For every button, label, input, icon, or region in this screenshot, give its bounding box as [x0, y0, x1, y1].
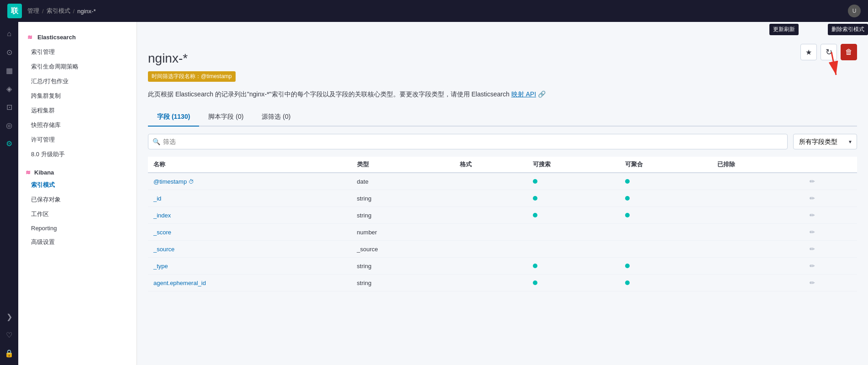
- topbar-right: U: [848, 5, 861, 17]
- tab-source-filters[interactable]: 源筛选 (0): [253, 108, 300, 127]
- sidebar-item-snapshot[interactable]: 快照存储库: [18, 118, 137, 132]
- field-name-cell: _id: [148, 190, 352, 207]
- field-action-cell: ✏: [804, 190, 857, 207]
- timestamp-icon: ⏱: [189, 179, 194, 185]
- mapping-api-link[interactable]: 映射 API: [511, 90, 536, 98]
- timestamp-badge: 时间筛选字段名称：@timestamp: [148, 71, 236, 82]
- sidebar-item-advanced-settings[interactable]: 高级设置: [18, 235, 137, 249]
- aggregatable-dot: [625, 213, 630, 217]
- field-name-cell: agent.ephemeral_id: [148, 275, 352, 291]
- sidebar: ≋ Elasticsearch 索引管理 索引生命周期策略 汇总/打包作业 跨集…: [18, 22, 137, 365]
- devtools-icon[interactable]: ❯: [1, 308, 17, 325]
- field-searchable-cell: [527, 241, 620, 258]
- field-type-cell: string: [352, 258, 454, 275]
- field-searchable-cell: [527, 190, 620, 207]
- action-icons: ★ ↻ 🗑: [800, 44, 857, 60]
- sidebar-item-lifecycle[interactable]: 索引生命周期策略: [18, 59, 137, 74]
- breadcrumb-admin[interactable]: 管理: [27, 7, 39, 15]
- search-input-wrap: 🔍: [148, 134, 788, 149]
- management-icon[interactable]: ⚙: [1, 135, 17, 152]
- search-icon: 🔍: [153, 138, 160, 145]
- discover-icon[interactable]: ⊙: [1, 44, 17, 60]
- field-name-link[interactable]: _score: [153, 229, 171, 236]
- star-button[interactable]: ★: [800, 44, 817, 60]
- sidebar-item-index-patterns[interactable]: 索引模式: [18, 178, 137, 192]
- field-format-cell: [454, 190, 527, 207]
- page-title: nginx-*: [148, 51, 857, 66]
- field-name-link[interactable]: _id: [153, 195, 161, 202]
- col-header-name: 名称: [148, 157, 352, 173]
- field-searchable-cell: [527, 275, 620, 291]
- table-row: _indexstring✏: [148, 207, 857, 224]
- edit-icon[interactable]: ✏: [810, 212, 815, 219]
- field-name-link[interactable]: @timestamp: [153, 178, 187, 185]
- searchable-dot: [533, 280, 537, 285]
- app-logo[interactable]: 联: [7, 4, 22, 18]
- field-name-cell: @timestamp ⏱: [148, 173, 352, 190]
- field-name-cell: _score: [148, 224, 352, 241]
- field-type-cell: string: [352, 275, 454, 291]
- sidebar-item-reporting[interactable]: Reporting: [18, 222, 137, 235]
- sidebar-item-upgrade[interactable]: 8.0 升级助手: [18, 147, 137, 162]
- search-row: 🔍 所有字段类型 string date number _source: [148, 134, 857, 149]
- field-type-select[interactable]: 所有字段类型 string date number _source: [793, 134, 857, 149]
- sidebar-item-rollup[interactable]: 汇总/打包作业: [18, 74, 137, 89]
- kibana-section-title: ≋ Kibana: [18, 162, 137, 178]
- field-name-link[interactable]: _source: [153, 246, 174, 253]
- field-format-cell: [454, 241, 527, 258]
- visualize-icon[interactable]: ◈: [1, 80, 17, 97]
- field-name-link[interactable]: _type: [153, 263, 168, 270]
- delete-button[interactable]: 🗑: [841, 44, 857, 60]
- table-row: _scorenumber✏: [148, 224, 857, 241]
- sidebar-item-index-management[interactable]: 索引管理: [18, 45, 137, 59]
- icon-rail: ⌂ ⊙ ▦ ◈ ⊡ ◎ ⚙ ❯ ♡ 🔒: [0, 22, 18, 365]
- edit-icon[interactable]: ✏: [810, 195, 815, 202]
- breadcrumb: 管理 / 索引模式 / nginx-*: [27, 7, 96, 15]
- elasticsearch-icon: ≋: [26, 33, 34, 41]
- monitoring-icon[interactable]: ♡: [1, 327, 17, 343]
- breadcrumb-sep-1: /: [42, 8, 44, 15]
- tab-fields[interactable]: 字段 (1130): [148, 108, 199, 127]
- field-searchable-cell: [527, 173, 620, 190]
- edit-icon[interactable]: ✏: [810, 228, 815, 236]
- canvas-icon[interactable]: ⊡: [1, 99, 17, 115]
- col-header-searchable: 可搜索: [527, 157, 620, 173]
- edit-icon[interactable]: ✏: [810, 245, 815, 253]
- col-header-type: 类型: [352, 157, 454, 173]
- field-aggregatable-cell: [620, 207, 712, 224]
- search-input[interactable]: [148, 134, 788, 149]
- sidebar-item-remote-clusters[interactable]: 远程集群: [18, 103, 137, 118]
- field-name-cell: _index: [148, 207, 352, 224]
- avatar[interactable]: U: [848, 5, 861, 17]
- edit-icon[interactable]: ✏: [810, 178, 815, 185]
- edit-icon[interactable]: ✏: [810, 279, 815, 286]
- field-searchable-cell: [527, 224, 620, 241]
- tooltip-delete: 删除索引模式: [828, 24, 868, 35]
- field-searchable-cell: [527, 207, 620, 224]
- dashboard-icon[interactable]: ▦: [1, 62, 17, 79]
- refresh-button[interactable]: ↻: [821, 44, 837, 60]
- searchable-dot: [533, 213, 537, 217]
- field-name-link[interactable]: agent.ephemeral_id: [153, 280, 206, 286]
- field-action-cell: ✏: [804, 275, 857, 291]
- field-format-cell: [454, 207, 527, 224]
- field-aggregatable-cell: [620, 275, 712, 291]
- col-header-excluded: 已排除: [712, 157, 804, 173]
- lock-icon[interactable]: 🔒: [1, 345, 17, 361]
- sidebar-item-saved-objects[interactable]: 已保存对象: [18, 192, 137, 207]
- field-action-cell: ✏: [804, 224, 857, 241]
- field-action-cell: ✏: [804, 241, 857, 258]
- table-row: _source_source✏: [148, 241, 857, 258]
- field-name-link[interactable]: _index: [153, 212, 171, 219]
- breadcrumb-index-pattern[interactable]: 索引模式: [47, 7, 70, 15]
- sidebar-item-cross-cluster[interactable]: 跨集群复制: [18, 89, 137, 103]
- edit-icon[interactable]: ✏: [810, 262, 815, 270]
- sidebar-item-workspaces[interactable]: 工作区: [18, 207, 137, 222]
- home-icon[interactable]: ⌂: [1, 26, 17, 42]
- field-aggregatable-cell: [620, 190, 712, 207]
- col-header-aggregatable: 可聚合: [620, 157, 712, 173]
- maps-icon[interactable]: ◎: [1, 117, 17, 133]
- sidebar-item-license[interactable]: 许可管理: [18, 132, 137, 147]
- tab-scripted-fields[interactable]: 脚本字段 (0): [199, 108, 253, 127]
- breadcrumb-sep-2: /: [73, 8, 75, 15]
